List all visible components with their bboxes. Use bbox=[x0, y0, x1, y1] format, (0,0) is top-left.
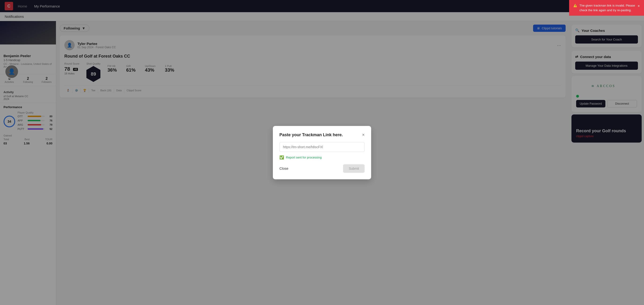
warning-icon: ⚠️ bbox=[573, 3, 577, 8]
modal-close-x-button[interactable]: × bbox=[362, 132, 364, 138]
modal-footer: Close Submit bbox=[280, 164, 364, 173]
modal-overlay[interactable]: Paste your Trackman Link here. × ✅ Repor… bbox=[0, 0, 644, 305]
modal-header: Paste your Trackman Link here. × bbox=[280, 132, 364, 138]
toast-close-button[interactable]: × bbox=[638, 3, 640, 9]
modal-success-message: ✅ Report sent for processing bbox=[280, 155, 364, 160]
toast-message: The given trackman link is invalid. Plea… bbox=[580, 3, 635, 12]
modal-close-button[interactable]: Close bbox=[280, 166, 288, 170]
error-toast: ⚠️ The given trackman link is invalid. P… bbox=[569, 0, 644, 16]
modal-submit-button[interactable]: Submit bbox=[343, 164, 364, 173]
trackman-link-input[interactable] bbox=[280, 142, 364, 152]
success-check-icon: ✅ bbox=[280, 155, 284, 160]
trackman-modal: Paste your Trackman Link here. × ✅ Repor… bbox=[273, 126, 371, 179]
modal-title: Paste your Trackman Link here. bbox=[280, 132, 343, 138]
success-text: Report sent for processing bbox=[286, 156, 322, 159]
